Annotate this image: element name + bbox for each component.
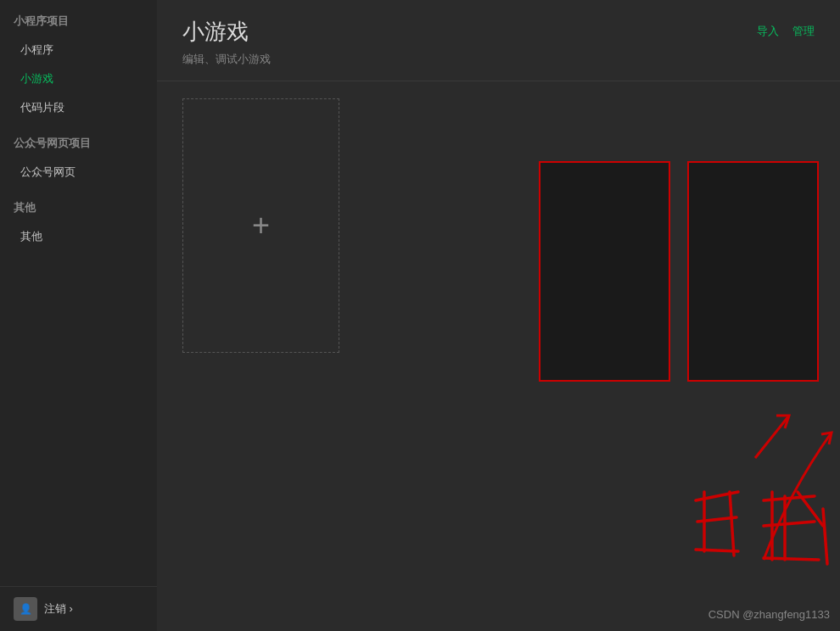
main-actions: 导入 管理 — [757, 17, 815, 39]
preview-card-1 — [539, 161, 670, 382]
svg-line-4 — [730, 492, 734, 556]
main-header: 小游戏 编辑、调试小游戏 导入 管理 — [157, 0, 840, 81]
sidebar-section-wechat-web: 公众号网页项目 — [0, 122, 157, 158]
main-content: 小游戏 编辑、调试小游戏 导入 管理 + — [157, 0, 840, 631]
sidebar-item-wechat-web[interactable]: 公众号网页 — [0, 158, 157, 187]
sidebar-item-minigame[interactable]: 小游戏 — [0, 64, 157, 93]
svg-line-2 — [696, 492, 738, 500]
csdn-watermark: CSDN @zhangfeng1133 — [708, 608, 830, 621]
main-title-area: 小游戏 编辑、调试小游戏 — [182, 17, 271, 67]
sidebar-section-other: 其他 — [0, 187, 157, 222]
preview-card-2 — [687, 161, 819, 382]
svg-line-12 — [823, 509, 827, 564]
sidebar-item-snippet[interactable]: 代码片段 — [0, 93, 157, 122]
avatar: 👤 — [14, 597, 37, 621]
svg-line-0 — [755, 416, 789, 458]
svg-line-9 — [764, 522, 815, 526]
manage-button[interactable]: 管理 — [792, 24, 815, 39]
svg-line-7 — [764, 496, 815, 500]
main-subtitle: 编辑、调试小游戏 — [182, 52, 271, 67]
svg-line-11 — [798, 492, 823, 526]
main-title: 小游戏 — [182, 17, 271, 47]
sidebar-item-other[interactable]: 其他 — [0, 222, 157, 251]
svg-line-3 — [697, 517, 736, 522]
preview-cards-area — [539, 161, 819, 382]
svg-line-5 — [696, 550, 738, 551]
logout-button[interactable]: 注销 › — [44, 601, 73, 617]
sidebar-bottom: 👤 注销 › — [0, 586, 157, 631]
svg-line-10 — [764, 558, 819, 560]
add-icon: + — [252, 208, 270, 243]
import-button[interactable]: 导入 — [757, 24, 779, 39]
sidebar-item-miniprogram[interactable]: 小程序 — [0, 36, 157, 64]
sidebar: 小程序项目 小程序 小游戏 代码片段 公众号网页项目 公众号网页 其他 其他 👤… — [0, 0, 157, 631]
sidebar-section-miniprogram: 小程序项目 — [0, 0, 157, 36]
add-project-card[interactable]: + — [182, 98, 339, 353]
